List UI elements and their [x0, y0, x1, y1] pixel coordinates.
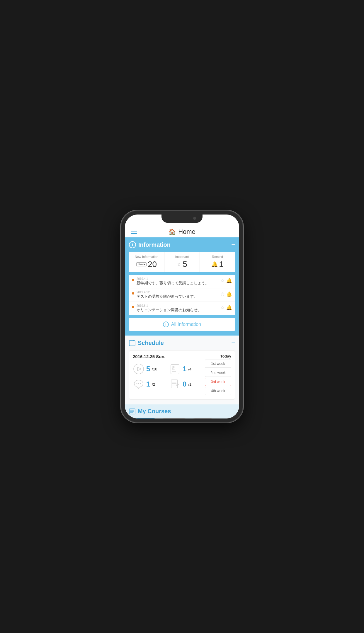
svg-text:C: C: [172, 368, 174, 370]
star-btn-2[interactable]: ☆: [220, 291, 224, 297]
all-info-icon: i: [163, 321, 169, 327]
important-count: 5: [183, 260, 187, 269]
phone-screen: 🏠 Home i Information − New Information: [125, 215, 239, 418]
stat-new-label: New Information: [131, 255, 162, 258]
stat-remind-value: 🔔 1: [202, 260, 233, 269]
chat-denom: /2: [152, 382, 155, 387]
info-dot-3: [132, 306, 134, 308]
sched-stat-chat: 1 /2: [133, 378, 166, 390]
hamburger-line-3: [131, 233, 137, 234]
week-1-button[interactable]: 1st week: [205, 360, 231, 368]
sched-stat-video: 5 /10: [133, 363, 166, 375]
courses-title-text: My Courses: [138, 408, 171, 415]
info-text-2: 2019.4.12 テストの受験期限が迫っています。: [137, 291, 218, 299]
new-count: 20: [148, 260, 157, 269]
note-denom: /1: [188, 382, 191, 387]
svg-rect-0: [129, 341, 135, 346]
svg-text:B: B: [173, 366, 175, 368]
sched-stat-quiz: ? A B C 1 /4: [169, 363, 202, 375]
schedule-right: Today 1st week 2nd week 3rd week 4th wee…: [205, 354, 231, 396]
quiz-icon: ? A B C: [169, 363, 181, 375]
calendar-icon: [129, 340, 135, 346]
courses-section-title: My Courses: [129, 408, 171, 415]
info-collapse-button[interactable]: −: [231, 241, 235, 249]
bell-btn-3[interactable]: 🔔: [226, 305, 232, 310]
schedule-left: 2016.12.25 Sun. 5: [133, 354, 202, 396]
stat-remind-label: Remind: [202, 255, 233, 258]
info-actions-3: ☆ 🔔: [220, 305, 232, 310]
week-2-button[interactable]: 2nd week: [205, 369, 231, 377]
sched-stat-note: 0 /1: [169, 378, 202, 390]
courses-icon: [129, 408, 135, 415]
svg-point-16: [140, 383, 141, 384]
bell-btn-2[interactable]: 🔔: [226, 291, 232, 297]
notch: [161, 215, 203, 223]
video-count: 5: [146, 365, 150, 373]
info-title-1: 新学期です。張り切って受講しましょう。: [137, 280, 218, 286]
star-btn-3[interactable]: ☆: [220, 305, 224, 310]
stat-remind[interactable]: Remind 🔔 1: [200, 252, 235, 272]
video-denom: /10: [152, 367, 157, 371]
star-icon: ☆: [177, 261, 181, 268]
schedule-content: 2016.12.25 Sun. 5: [129, 350, 235, 400]
info-text-1: 2019.4.1 新学期です。張り切って受講しましょう。: [137, 277, 218, 286]
tab-days-left[interactable]: ⏱ Days left: [129, 418, 158, 418]
stat-new-value: New 20: [131, 260, 162, 269]
new-badge: New: [136, 262, 147, 266]
info-icon: i: [129, 241, 136, 248]
star-btn-1[interactable]: ☆: [220, 278, 224, 283]
info-item-3[interactable]: 2019.6.1 オリエンテーション開講のお知らせ。 ☆ 🔔: [129, 302, 235, 315]
page-title: 🏠 Home: [169, 228, 195, 236]
info-title-3: オリエンテーション開講のお知らせ。: [137, 307, 218, 313]
tab-score[interactable]: 🏆 Score: [190, 418, 215, 418]
svg-point-4: [134, 364, 144, 374]
schedule-date: 2016.12.25 Sun.: [133, 354, 202, 359]
today-label: Today: [205, 354, 231, 358]
stat-important-value: ☆ 5: [166, 260, 198, 269]
schedule-section-title: Schedule: [129, 340, 164, 346]
schedule-header: Schedule −: [129, 339, 235, 347]
top-nav: 🏠 Home: [125, 227, 239, 237]
hamburger-line-1: [131, 230, 137, 230]
svg-point-14: [137, 383, 137, 384]
bell-btn-1[interactable]: 🔔: [226, 278, 232, 283]
info-date-3: 2019.6.1: [137, 304, 218, 307]
info-text-3: 2019.6.1 オリエンテーション開講のお知らせ。: [137, 304, 218, 313]
note-icon: [169, 378, 181, 390]
chat-count: 1: [146, 380, 150, 388]
courses-header: My Courses: [129, 408, 235, 415]
info-item-1[interactable]: 2019.4.1 新学期です。張り切って受講しましょう。 ☆ 🔔: [129, 275, 235, 288]
schedule-stats: 5 /10 ?: [133, 363, 202, 390]
info-date-2: 2019.4.12: [137, 291, 218, 294]
information-section: i Information − New Information New 20: [125, 237, 239, 336]
stat-important-label: Important: [166, 255, 198, 258]
all-info-label: All Information: [171, 322, 201, 327]
stat-new-info[interactable]: New Information New 20: [129, 252, 164, 272]
info-date-1: 2019.4.1: [137, 277, 218, 280]
all-info-button[interactable]: i All Information: [129, 318, 235, 331]
camera: [193, 217, 196, 220]
quiz-count: 1: [183, 365, 186, 373]
chat-icon: [133, 378, 144, 390]
tab-progress[interactable]: ⊕ Progress: [160, 418, 188, 418]
stat-important[interactable]: Important ☆ 5: [164, 252, 200, 272]
menu-button[interactable]: [131, 230, 137, 234]
info-item-2[interactable]: 2019.4.12 テストの受験期限が迫っています。 ☆ 🔔: [129, 288, 235, 302]
courses-section: My Courses ⏱ Days left ⊕ Progress 🏆 Scor…: [125, 404, 239, 418]
svg-rect-17: [171, 380, 178, 388]
info-title-text: Information: [138, 241, 171, 248]
info-actions-2: ☆ 🔔: [220, 291, 232, 297]
screen-content: 🏠 Home i Information − New Information: [125, 215, 239, 418]
info-title-2: テストの受験期限が迫っています。: [137, 294, 218, 299]
hamburger-line-2: [131, 232, 137, 232]
home-icon: 🏠: [169, 228, 176, 235]
video-icon: [133, 363, 144, 375]
week-4-button[interactable]: 4th week: [205, 387, 231, 395]
info-list: 2019.4.1 新学期です。張り切って受講しましょう。 ☆ 🔔 2019.4.…: [129, 275, 235, 315]
remind-count: 1: [219, 260, 224, 269]
schedule-collapse-button[interactable]: −: [231, 339, 235, 347]
quiz-denom: /4: [188, 367, 191, 371]
courses-tabs: ⏱ Days left ⊕ Progress 🏆 Score ⓘ Informa…: [129, 418, 235, 418]
week-3-button[interactable]: 3rd week: [205, 378, 231, 386]
phone-frame: 🏠 Home i Information − New Information: [121, 211, 243, 422]
